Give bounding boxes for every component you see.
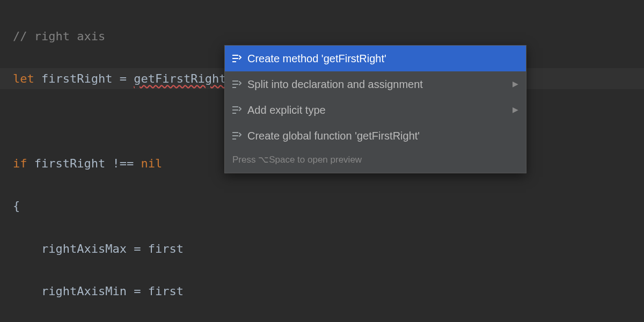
intention-item-split[interactable]: Split into declaration and assignment ▶ [225,71,526,97]
code-comment: // right axis [13,30,105,43]
submenu-arrow-icon: ▶ [513,77,518,91]
intention-item-create-method[interactable]: Create method 'getFirstRight' [225,46,526,71]
intention-label: Add explicit type [247,100,497,120]
intention-label: Split into declaration and assignment [247,75,497,94]
intention-item-explicit-type[interactable]: Add explicit type ▶ [225,97,526,123]
intention-icon [231,105,242,115]
intention-popup[interactable]: Create method 'getFirstRight' Split into… [224,45,526,173]
intention-icon [231,53,242,64]
intention-icon [231,79,242,90]
intention-label: Create method 'getFirstRight' [247,49,518,68]
intention-item-create-global-fn[interactable]: Create global function 'getFirstRight' [225,123,526,149]
error-span[interactable]: getFirstRight [134,72,226,85]
intention-label: Create global function 'getFirstRight' [247,126,518,145]
popup-hint: Press ⌥Space to open preview [225,149,526,173]
submenu-arrow-icon: ▶ [513,103,518,116]
intention-icon [231,130,242,141]
